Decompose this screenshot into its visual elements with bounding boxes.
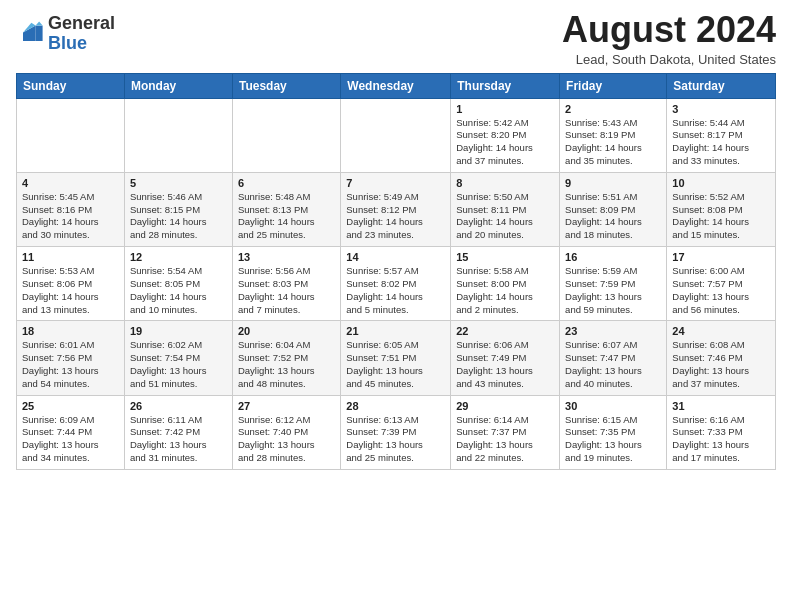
day-info: Sunrise: 6:11 AMSunset: 7:42 PMDaylight:… <box>130 414 227 465</box>
day-info: Sunrise: 6:15 AMSunset: 7:35 PMDaylight:… <box>565 414 661 465</box>
calendar: SundayMondayTuesdayWednesdayThursdayFrid… <box>16 73 776 470</box>
day-cell: 20Sunrise: 6:04 AMSunset: 7:52 PMDayligh… <box>232 321 340 395</box>
day-cell <box>124 98 232 172</box>
day-info: Sunrise: 6:04 AMSunset: 7:52 PMDaylight:… <box>238 339 335 390</box>
day-number: 22 <box>456 325 554 337</box>
day-cell: 30Sunrise: 6:15 AMSunset: 7:35 PMDayligh… <box>560 395 667 469</box>
day-info: Sunrise: 5:53 AMSunset: 8:06 PMDaylight:… <box>22 265 119 316</box>
day-number: 13 <box>238 251 335 263</box>
day-info: Sunrise: 6:07 AMSunset: 7:47 PMDaylight:… <box>565 339 661 390</box>
day-info: Sunrise: 5:43 AMSunset: 8:19 PMDaylight:… <box>565 117 661 168</box>
weekday-header-friday: Friday <box>560 73 667 98</box>
day-cell: 2Sunrise: 5:43 AMSunset: 8:19 PMDaylight… <box>560 98 667 172</box>
day-info: Sunrise: 6:02 AMSunset: 7:54 PMDaylight:… <box>130 339 227 390</box>
weekday-header-sunday: Sunday <box>17 73 125 98</box>
day-cell: 31Sunrise: 6:16 AMSunset: 7:33 PMDayligh… <box>667 395 776 469</box>
day-cell: 18Sunrise: 6:01 AMSunset: 7:56 PMDayligh… <box>17 321 125 395</box>
day-info: Sunrise: 5:48 AMSunset: 8:13 PMDaylight:… <box>238 191 335 242</box>
day-number: 10 <box>672 177 770 189</box>
day-cell: 5Sunrise: 5:46 AMSunset: 8:15 PMDaylight… <box>124 172 232 246</box>
day-number: 24 <box>672 325 770 337</box>
day-cell: 4Sunrise: 5:45 AMSunset: 8:16 PMDaylight… <box>17 172 125 246</box>
day-number: 11 <box>22 251 119 263</box>
day-cell: 17Sunrise: 6:00 AMSunset: 7:57 PMDayligh… <box>667 247 776 321</box>
week-row-4: 18Sunrise: 6:01 AMSunset: 7:56 PMDayligh… <box>17 321 776 395</box>
week-row-5: 25Sunrise: 6:09 AMSunset: 7:44 PMDayligh… <box>17 395 776 469</box>
day-number: 21 <box>346 325 445 337</box>
day-number: 15 <box>456 251 554 263</box>
day-number: 28 <box>346 400 445 412</box>
day-cell: 1Sunrise: 5:42 AMSunset: 8:20 PMDaylight… <box>451 98 560 172</box>
day-number: 9 <box>565 177 661 189</box>
page: General Blue August 2024 Lead, South Dak… <box>0 0 792 486</box>
logo-blue: Blue <box>48 33 87 53</box>
day-number: 7 <box>346 177 445 189</box>
day-cell: 15Sunrise: 5:58 AMSunset: 8:00 PMDayligh… <box>451 247 560 321</box>
day-number: 8 <box>456 177 554 189</box>
day-info: Sunrise: 6:09 AMSunset: 7:44 PMDaylight:… <box>22 414 119 465</box>
day-number: 20 <box>238 325 335 337</box>
day-info: Sunrise: 6:14 AMSunset: 7:37 PMDaylight:… <box>456 414 554 465</box>
day-cell: 16Sunrise: 5:59 AMSunset: 7:59 PMDayligh… <box>560 247 667 321</box>
day-cell <box>341 98 451 172</box>
day-cell <box>232 98 340 172</box>
day-cell <box>17 98 125 172</box>
day-info: Sunrise: 5:59 AMSunset: 7:59 PMDaylight:… <box>565 265 661 316</box>
day-info: Sunrise: 5:45 AMSunset: 8:16 PMDaylight:… <box>22 191 119 242</box>
day-number: 27 <box>238 400 335 412</box>
day-cell: 8Sunrise: 5:50 AMSunset: 8:11 PMDaylight… <box>451 172 560 246</box>
day-info: Sunrise: 5:46 AMSunset: 8:15 PMDaylight:… <box>130 191 227 242</box>
day-info: Sunrise: 6:16 AMSunset: 7:33 PMDaylight:… <box>672 414 770 465</box>
day-info: Sunrise: 6:06 AMSunset: 7:49 PMDaylight:… <box>456 339 554 390</box>
day-number: 29 <box>456 400 554 412</box>
day-number: 14 <box>346 251 445 263</box>
day-cell: 14Sunrise: 5:57 AMSunset: 8:02 PMDayligh… <box>341 247 451 321</box>
day-info: Sunrise: 6:08 AMSunset: 7:46 PMDaylight:… <box>672 339 770 390</box>
day-cell: 29Sunrise: 6:14 AMSunset: 7:37 PMDayligh… <box>451 395 560 469</box>
day-cell: 26Sunrise: 6:11 AMSunset: 7:42 PMDayligh… <box>124 395 232 469</box>
day-cell: 7Sunrise: 5:49 AMSunset: 8:12 PMDaylight… <box>341 172 451 246</box>
day-info: Sunrise: 6:12 AMSunset: 7:40 PMDaylight:… <box>238 414 335 465</box>
day-info: Sunrise: 5:42 AMSunset: 8:20 PMDaylight:… <box>456 117 554 168</box>
location: Lead, South Dakota, United States <box>562 52 776 67</box>
header: General Blue August 2024 Lead, South Dak… <box>16 10 776 67</box>
day-number: 12 <box>130 251 227 263</box>
day-info: Sunrise: 5:56 AMSunset: 8:03 PMDaylight:… <box>238 265 335 316</box>
header-right: August 2024 Lead, South Dakota, United S… <box>562 10 776 67</box>
day-cell: 25Sunrise: 6:09 AMSunset: 7:44 PMDayligh… <box>17 395 125 469</box>
day-number: 4 <box>22 177 119 189</box>
day-cell: 23Sunrise: 6:07 AMSunset: 7:47 PMDayligh… <box>560 321 667 395</box>
day-number: 2 <box>565 103 661 115</box>
day-cell: 28Sunrise: 6:13 AMSunset: 7:39 PMDayligh… <box>341 395 451 469</box>
day-cell: 10Sunrise: 5:52 AMSunset: 8:08 PMDayligh… <box>667 172 776 246</box>
svg-marker-0 <box>36 25 43 40</box>
day-info: Sunrise: 5:51 AMSunset: 8:09 PMDaylight:… <box>565 191 661 242</box>
day-cell: 21Sunrise: 6:05 AMSunset: 7:51 PMDayligh… <box>341 321 451 395</box>
day-info: Sunrise: 5:44 AMSunset: 8:17 PMDaylight:… <box>672 117 770 168</box>
day-number: 1 <box>456 103 554 115</box>
day-number: 31 <box>672 400 770 412</box>
day-info: Sunrise: 5:50 AMSunset: 8:11 PMDaylight:… <box>456 191 554 242</box>
logo: General Blue <box>16 14 115 54</box>
day-number: 6 <box>238 177 335 189</box>
day-info: Sunrise: 6:01 AMSunset: 7:56 PMDaylight:… <box>22 339 119 390</box>
day-number: 25 <box>22 400 119 412</box>
day-info: Sunrise: 6:13 AMSunset: 7:39 PMDaylight:… <box>346 414 445 465</box>
day-cell: 24Sunrise: 6:08 AMSunset: 7:46 PMDayligh… <box>667 321 776 395</box>
day-info: Sunrise: 5:49 AMSunset: 8:12 PMDaylight:… <box>346 191 445 242</box>
day-cell: 9Sunrise: 5:51 AMSunset: 8:09 PMDaylight… <box>560 172 667 246</box>
day-cell: 27Sunrise: 6:12 AMSunset: 7:40 PMDayligh… <box>232 395 340 469</box>
month-title: August 2024 <box>562 10 776 50</box>
weekday-header-row: SundayMondayTuesdayWednesdayThursdayFrid… <box>17 73 776 98</box>
logo-icon <box>16 20 44 48</box>
day-number: 26 <box>130 400 227 412</box>
day-number: 30 <box>565 400 661 412</box>
week-row-1: 1Sunrise: 5:42 AMSunset: 8:20 PMDaylight… <box>17 98 776 172</box>
weekday-header-monday: Monday <box>124 73 232 98</box>
day-cell: 19Sunrise: 6:02 AMSunset: 7:54 PMDayligh… <box>124 321 232 395</box>
svg-marker-2 <box>36 21 43 25</box>
day-cell: 22Sunrise: 6:06 AMSunset: 7:49 PMDayligh… <box>451 321 560 395</box>
day-cell: 11Sunrise: 5:53 AMSunset: 8:06 PMDayligh… <box>17 247 125 321</box>
week-row-2: 4Sunrise: 5:45 AMSunset: 8:16 PMDaylight… <box>17 172 776 246</box>
day-number: 19 <box>130 325 227 337</box>
